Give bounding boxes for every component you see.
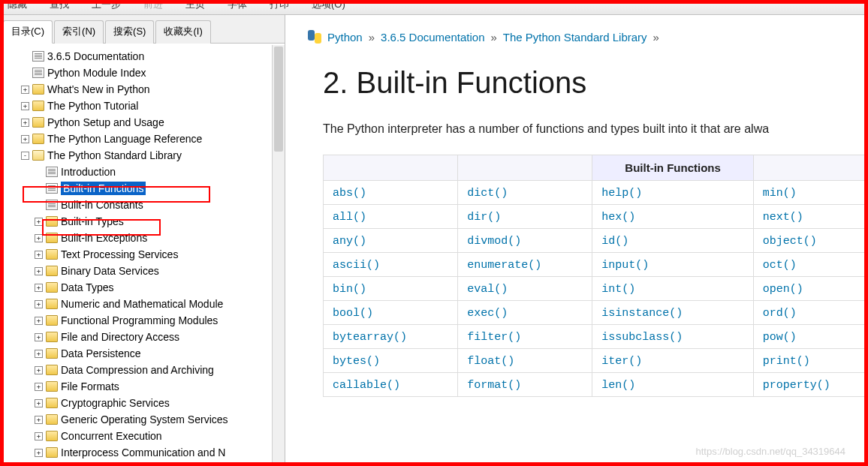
function-link[interactable]: int(): [601, 283, 635, 296]
tree-node[interactable]: +Data Compression and Archiving: [2, 362, 283, 378]
tree-node[interactable]: +Interprocess Communication and N: [2, 444, 283, 461]
function-link[interactable]: iter(): [601, 355, 642, 368]
function-link[interactable]: bool(): [333, 307, 373, 320]
function-link[interactable]: dir(): [467, 211, 501, 224]
function-link[interactable]: all(): [333, 211, 366, 224]
function-link[interactable]: ascii(): [333, 259, 380, 272]
function-link[interactable]: bytes(): [333, 355, 380, 368]
function-link[interactable]: help(): [601, 187, 642, 200]
tree-node[interactable]: Built-in Constants: [2, 197, 283, 213]
table-row: bytearray()filter()issubclass()pow(): [324, 325, 869, 349]
tree-node[interactable]: +The Python Tutorial: [2, 98, 283, 114]
tree-node[interactable]: +Functional Programming Modules: [2, 312, 283, 329]
tree-node[interactable]: +Data Types: [2, 279, 283, 296]
function-link[interactable]: exec(): [467, 307, 508, 320]
tree-node[interactable]: +Cryptographic Services: [2, 395, 283, 411]
expand-icon[interactable]: +: [35, 251, 43, 259]
expand-icon[interactable]: +: [35, 366, 43, 374]
function-link[interactable]: isinstance(): [601, 307, 683, 320]
toolbar-item[interactable]: 字体: [228, 0, 247, 9]
tree-node[interactable]: +Built-in Types: [2, 213, 283, 230]
function-link[interactable]: bytearray(): [333, 331, 407, 344]
expand-icon[interactable]: +: [35, 350, 43, 358]
expand-icon[interactable]: +: [21, 102, 29, 110]
toolbar-item[interactable]: 打印: [270, 0, 289, 9]
toolbar-item[interactable]: 选项(O): [312, 0, 345, 9]
expand-icon[interactable]: +: [35, 399, 43, 407]
toolbar-item[interactable]: 查找: [50, 0, 69, 9]
tree-node[interactable]: +Concurrent Execution: [2, 428, 283, 444]
breadcrumb-stdlib[interactable]: The Python Standard Library: [503, 31, 647, 44]
toolbar-item[interactable]: 主页: [185, 0, 205, 9]
expand-icon[interactable]: +: [35, 234, 43, 242]
function-link[interactable]: eval(): [467, 283, 508, 296]
expand-icon[interactable]: +: [35, 284, 43, 292]
function-link[interactable]: format(): [467, 379, 521, 392]
function-link[interactable]: bin(): [333, 283, 366, 296]
tree-node[interactable]: +Generic Operating System Services: [2, 411, 283, 428]
expand-icon[interactable]: +: [35, 300, 43, 308]
function-link[interactable]: pow(): [763, 331, 797, 344]
function-link[interactable]: divmod(): [467, 235, 521, 248]
function-link[interactable]: id(): [601, 235, 628, 248]
function-link[interactable]: float(): [467, 355, 514, 368]
tree-node[interactable]: +The Python Language Reference: [2, 131, 283, 147]
expand-icon[interactable]: +: [35, 218, 43, 226]
tree-node[interactable]: Introduction: [2, 164, 283, 180]
breadcrumb-python[interactable]: Python: [327, 31, 363, 44]
tree-node[interactable]: Built-in Functions: [2, 180, 283, 197]
expand-icon[interactable]: +: [35, 267, 43, 275]
tree-node[interactable]: Python Module Index: [2, 65, 283, 81]
expand-icon[interactable]: +: [21, 86, 29, 94]
toolbar-item[interactable]: 上一步: [92, 0, 121, 9]
sidebar-tab[interactable]: 索引(N): [54, 20, 104, 44]
function-link[interactable]: abs(): [333, 187, 366, 200]
tree-node[interactable]: +Text Processing Services: [2, 246, 283, 263]
function-link[interactable]: object(): [763, 235, 817, 248]
function-link[interactable]: print(): [763, 355, 810, 368]
toolbar-item[interactable]: 前进: [143, 0, 163, 9]
function-link[interactable]: property(): [763, 379, 830, 392]
function-link[interactable]: open(): [763, 283, 803, 296]
function-link[interactable]: min(): [763, 187, 797, 200]
function-link[interactable]: any(): [333, 235, 366, 248]
function-link[interactable]: len(): [601, 379, 635, 392]
tree-node[interactable]: -The Python Standard Library: [2, 147, 283, 164]
toolbar-item[interactable]: 隐藏: [8, 0, 27, 9]
collapse-icon[interactable]: -: [21, 152, 29, 160]
expand-icon[interactable]: +: [35, 333, 43, 341]
tree-node-label: The Python Standard Library: [47, 149, 182, 161]
function-link[interactable]: oct(): [763, 259, 797, 272]
tree-node[interactable]: +What's New in Python: [2, 81, 283, 98]
tree-node[interactable]: +File Formats: [2, 378, 283, 395]
tree-node[interactable]: +Data Persistence: [2, 345, 283, 362]
expand-icon[interactable]: +: [35, 449, 43, 457]
expand-icon[interactable]: +: [35, 383, 43, 391]
tree-node[interactable]: +Numeric and Mathematical Module: [2, 296, 283, 312]
function-link[interactable]: ord(): [763, 307, 797, 320]
tree-node[interactable]: +Python Setup and Usage: [2, 114, 283, 131]
expand-icon[interactable]: +: [21, 119, 29, 127]
function-link[interactable]: filter(): [467, 331, 521, 344]
sidebar-tab[interactable]: 收藏夹(I): [155, 20, 210, 44]
function-link[interactable]: input(): [601, 259, 649, 272]
expand-icon[interactable]: +: [35, 317, 43, 325]
scrollbar-thumb[interactable]: [274, 47, 283, 152]
breadcrumb-docs[interactable]: 3.6.5 Documentation: [381, 31, 484, 44]
sidebar-tab[interactable]: 搜索(S): [105, 20, 154, 44]
expand-icon[interactable]: +: [35, 416, 43, 424]
expand-icon[interactable]: +: [35, 432, 43, 440]
function-link[interactable]: dict(): [467, 187, 508, 200]
function-link[interactable]: hex(): [601, 211, 635, 224]
tree-node[interactable]: +File and Directory Access: [2, 329, 283, 345]
function-link[interactable]: enumerate(): [467, 259, 541, 272]
scrollbar[interactable]: [272, 45, 285, 466]
tree-node[interactable]: +Built-in Exceptions: [2, 230, 283, 246]
tree-node[interactable]: +Binary Data Services: [2, 263, 283, 279]
expand-icon[interactable]: +: [21, 135, 29, 143]
function-link[interactable]: next(): [763, 211, 803, 224]
function-link[interactable]: callable(): [333, 379, 400, 392]
function-link[interactable]: issubclass(): [601, 331, 683, 344]
sidebar-tab[interactable]: 目录(C): [3, 20, 53, 44]
tree-node[interactable]: 3.6.5 Documentation: [2, 48, 283, 65]
